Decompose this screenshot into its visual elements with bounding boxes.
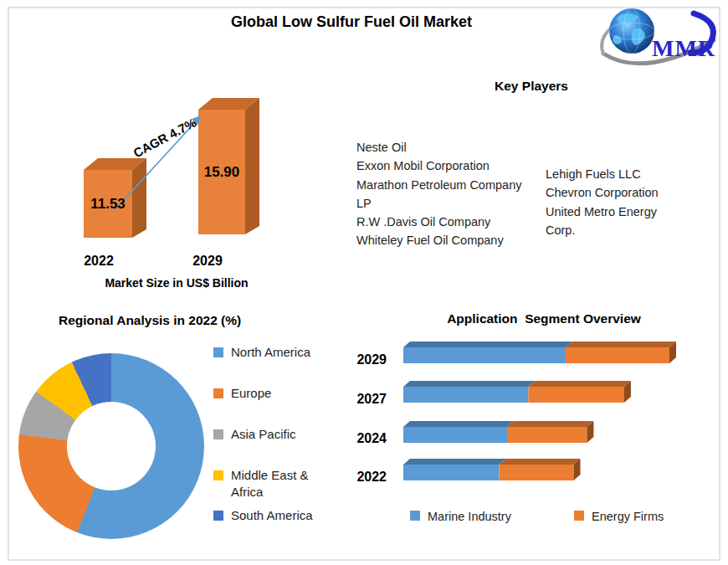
legend-item-middle-east-africa: Middle East & Africa bbox=[213, 467, 318, 501]
legend-label: Europe bbox=[231, 385, 271, 402]
app-year-2024: 2024 bbox=[350, 431, 387, 446]
mmr-logo: MMR bbox=[597, 3, 724, 75]
market-size-caption: Market Size in US$ Billion bbox=[93, 276, 260, 290]
key-player: Exxon Mobil Corporation bbox=[356, 157, 522, 175]
bar-value-2022: 11.53 bbox=[84, 196, 132, 213]
application-segment-chart bbox=[383, 333, 693, 496]
legend-swatch-asia-pacific bbox=[213, 429, 223, 439]
donut-hole bbox=[67, 402, 156, 491]
key-player: Chevron Corporation bbox=[546, 183, 688, 202]
legend-label: Middle East & Africa bbox=[231, 467, 318, 501]
legend-item-asia-pacific: Asia Pacific bbox=[213, 426, 326, 443]
application-segment-title: Application Segment Overview bbox=[402, 311, 686, 326]
app-year-2027: 2027 bbox=[350, 392, 387, 407]
legend-label: Asia Pacific bbox=[231, 426, 296, 443]
legend-item-south-america: South America bbox=[213, 507, 326, 524]
legend-swatch-marine-industry bbox=[410, 511, 420, 521]
legend-swatch-south-america bbox=[213, 511, 223, 521]
regional-analysis-title: Regional Analysis in 2022 (%) bbox=[59, 313, 276, 328]
legend-label: Marine Industry bbox=[428, 508, 511, 525]
key-player: R.W .Davis Oil Company bbox=[356, 213, 522, 231]
legend-label: South America bbox=[231, 507, 313, 524]
legend-item-marine-industry: Marine Industry bbox=[410, 508, 511, 525]
legend-item-europe: Europe bbox=[213, 385, 326, 402]
bar-value-2029: 15.90 bbox=[198, 164, 245, 181]
app-year-2022: 2022 bbox=[350, 470, 387, 485]
legend-item-energy-firms: Energy Firms bbox=[574, 508, 664, 525]
legend-label: North America bbox=[231, 344, 310, 361]
key-player: Neste Oil bbox=[356, 138, 522, 157]
logo-wordmark: MMR bbox=[652, 35, 715, 62]
key-player: Marathon Petroleum Company LP bbox=[356, 176, 522, 213]
key-player: United Metro Energy Corp. bbox=[546, 203, 688, 240]
legend-swatch-middle-east-africa bbox=[213, 470, 223, 480]
key-players-right-column: Lehigh Fuels LLC Chevron Corporation Uni… bbox=[546, 165, 688, 239]
legend-label: Energy Firms bbox=[592, 508, 664, 525]
legend-item-north-america: North America bbox=[213, 344, 326, 361]
bar-year-2029: 2029 bbox=[192, 254, 223, 269]
key-player: Whiteley Fuel Oil Company bbox=[356, 231, 522, 249]
legend-swatch-energy-firms bbox=[574, 511, 584, 521]
app-year-2029: 2029 bbox=[350, 352, 387, 367]
legend-swatch-europe bbox=[213, 388, 223, 398]
key-players-heading: Key Players bbox=[435, 79, 628, 94]
bar-year-2022: 2022 bbox=[83, 254, 115, 269]
key-players-left-column: Neste Oil Exxon Mobil Corporation Marath… bbox=[356, 138, 522, 250]
regional-donut-chart bbox=[18, 353, 204, 539]
key-player: Lehigh Fuels LLC bbox=[546, 165, 688, 183]
legend-swatch-north-america bbox=[213, 347, 223, 357]
